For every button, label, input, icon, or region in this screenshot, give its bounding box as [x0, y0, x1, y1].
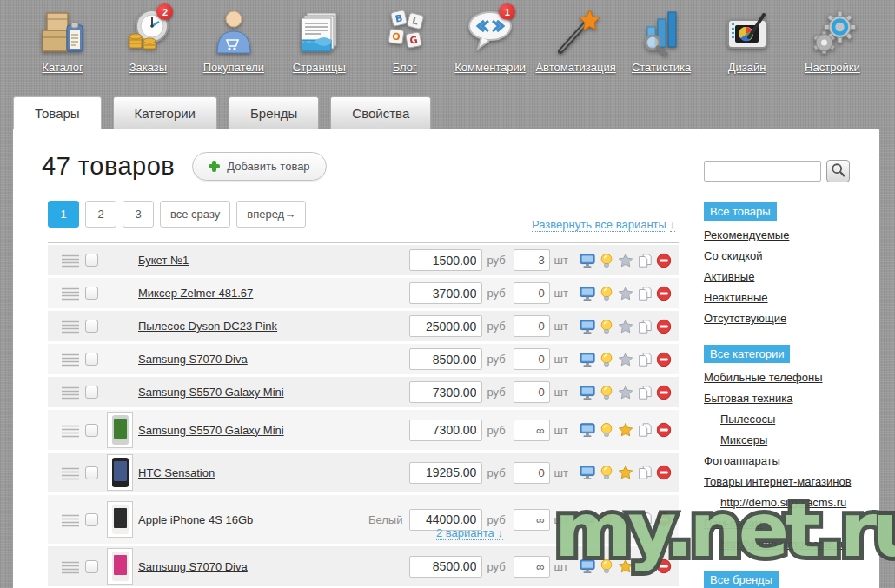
drag-handle-icon[interactable]	[60, 386, 81, 399]
price-input[interactable]	[409, 462, 482, 484]
visible-on-site-icon[interactable]	[579, 422, 595, 439]
drag-handle-icon[interactable]	[60, 287, 81, 300]
quantity-input[interactable]	[514, 249, 550, 271]
expand-all-variants-link[interactable]: Развернуть все варианты ↓	[532, 218, 675, 231]
delete-icon[interactable]	[655, 558, 672, 575]
category-link[interactable]: http://demo.simplacms.ru	[720, 538, 846, 551]
tab-brands[interactable]: Бренды	[229, 96, 319, 129]
filter-link[interactable]: Со скидкой	[704, 249, 763, 262]
product-name-link[interactable]: Samsung S5570 Galaxy Mini	[138, 424, 284, 437]
row-checkbox[interactable]	[85, 513, 98, 526]
active-toggle-icon[interactable]	[598, 318, 614, 334]
category-link[interactable]: Фотоаппараты	[704, 454, 780, 467]
quantity-input[interactable]	[514, 556, 550, 578]
nav-item-orders[interactable]: 2Заказы	[108, 7, 188, 94]
duplicate-icon[interactable]	[636, 285, 653, 301]
row-checkbox[interactable]	[85, 353, 98, 366]
drag-handle-icon[interactable]	[60, 466, 81, 479]
pager-page-2[interactable]: 2	[85, 201, 116, 228]
visible-on-site-icon[interactable]	[579, 318, 595, 334]
row-checkbox[interactable]	[85, 424, 98, 437]
pager-all-at-once[interactable]: все сразу	[160, 201, 230, 228]
filter-link[interactable]: Неактивные	[704, 291, 768, 304]
pager-next[interactable]: вперед→	[236, 201, 306, 228]
delete-icon[interactable]	[655, 252, 672, 268]
visible-on-site-icon[interactable]	[579, 252, 595, 268]
product-name-link[interactable]: HTC Sensation	[138, 466, 215, 479]
category-link[interactable]: Бытовая техника	[704, 392, 792, 405]
duplicate-icon[interactable]	[636, 512, 653, 528]
visible-on-site-icon[interactable]	[579, 558, 595, 575]
featured-star-icon[interactable]	[617, 422, 633, 439]
active-toggle-icon[interactable]	[598, 351, 614, 367]
selected-brand[interactable]: Все бренды	[704, 571, 779, 588]
delete-icon[interactable]	[655, 422, 672, 439]
delete-icon[interactable]	[655, 285, 672, 301]
selected-filter[interactable]: Все товары	[704, 202, 777, 221]
visible-on-site-icon[interactable]	[579, 384, 595, 400]
product-name-link[interactable]: Samsung S7070 Diva	[138, 353, 248, 366]
duplicate-icon[interactable]	[636, 558, 653, 575]
quantity-input[interactable]	[514, 381, 550, 403]
row-checkbox[interactable]	[85, 386, 98, 399]
selected-category[interactable]: Все категории	[704, 345, 790, 363]
duplicate-icon[interactable]	[636, 318, 653, 334]
delete-icon[interactable]	[655, 512, 672, 528]
tab-properties[interactable]: Свойства	[330, 96, 431, 129]
price-input[interactable]	[409, 249, 482, 271]
nav-item-pages[interactable]: Страницы	[279, 7, 359, 94]
row-checkbox[interactable]	[85, 287, 98, 300]
quantity-input[interactable]	[514, 348, 550, 370]
quantity-input[interactable]	[514, 282, 550, 304]
delete-icon[interactable]	[655, 351, 672, 367]
delete-icon[interactable]	[655, 384, 672, 400]
active-toggle-icon[interactable]	[598, 422, 614, 439]
category-link[interactable]: Миксеры	[720, 433, 767, 446]
category-link[interactable]: Товары интернет-магазинов	[704, 475, 852, 488]
price-input[interactable]	[409, 556, 482, 578]
tab-products[interactable]: Товары	[13, 96, 102, 129]
category-link[interactable]: Пылесосы	[720, 413, 775, 426]
product-name-link[interactable]: Apple iPhone 4S 16Gb	[138, 513, 253, 526]
nav-item-customers[interactable]: Покупатели	[194, 7, 274, 94]
quantity-input[interactable]	[514, 420, 550, 441]
filter-link[interactable]: Рекомендуемые	[704, 228, 789, 241]
price-input[interactable]	[409, 282, 482, 304]
search-button[interactable]	[826, 160, 850, 182]
drag-handle-icon[interactable]	[60, 254, 81, 267]
variants-expand-link[interactable]: 2 варианта ↓	[436, 526, 503, 539]
price-input[interactable]	[409, 381, 482, 403]
delete-icon[interactable]	[655, 465, 672, 481]
featured-star-icon[interactable]	[617, 351, 633, 367]
visible-on-site-icon[interactable]	[579, 465, 595, 481]
featured-star-icon[interactable]	[617, 318, 633, 334]
nav-item-settings[interactable]: Настройки	[792, 7, 872, 94]
quantity-input[interactable]	[514, 462, 550, 484]
duplicate-icon[interactable]	[636, 351, 653, 367]
featured-star-icon[interactable]	[617, 285, 633, 301]
category-link[interactable]: Мобильные телефоны	[704, 371, 823, 384]
duplicate-icon[interactable]	[636, 465, 653, 481]
nav-item-stats[interactable]: Статистика	[621, 7, 701, 94]
featured-star-icon[interactable]	[617, 465, 633, 481]
row-checkbox[interactable]	[85, 320, 98, 333]
row-checkbox[interactable]	[85, 466, 98, 479]
delete-icon[interactable]	[655, 318, 672, 334]
filter-link[interactable]: Отсутствующие	[704, 312, 786, 325]
visible-on-site-icon[interactable]	[579, 512, 595, 528]
drag-handle-icon[interactable]	[60, 353, 81, 366]
duplicate-icon[interactable]	[636, 252, 653, 268]
featured-star-icon[interactable]	[617, 558, 633, 575]
quantity-input[interactable]	[514, 509, 550, 531]
active-toggle-icon[interactable]	[598, 285, 614, 301]
nav-item-catalog[interactable]: Каталог	[23, 7, 103, 94]
nav-item-design[interactable]: Дизайн	[707, 7, 787, 94]
pager-page-3[interactable]: 3	[123, 201, 154, 228]
drag-handle-icon[interactable]	[60, 560, 81, 573]
nav-item-comments[interactable]: 1Комментарии	[450, 7, 530, 94]
tab-categories[interactable]: Категории	[113, 96, 217, 129]
product-name-link[interactable]: Пылесос Dyson DC23 Pink	[138, 320, 277, 333]
nav-item-automation[interactable]: Автоматизация	[536, 7, 616, 94]
price-input[interactable]	[409, 315, 482, 337]
visible-on-site-icon[interactable]	[579, 351, 595, 367]
